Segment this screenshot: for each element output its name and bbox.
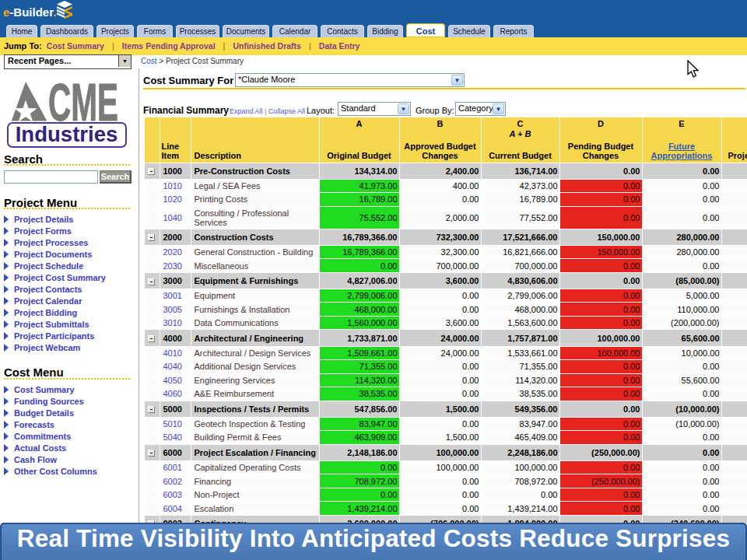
svg-text:CME: CME [48,78,118,123]
